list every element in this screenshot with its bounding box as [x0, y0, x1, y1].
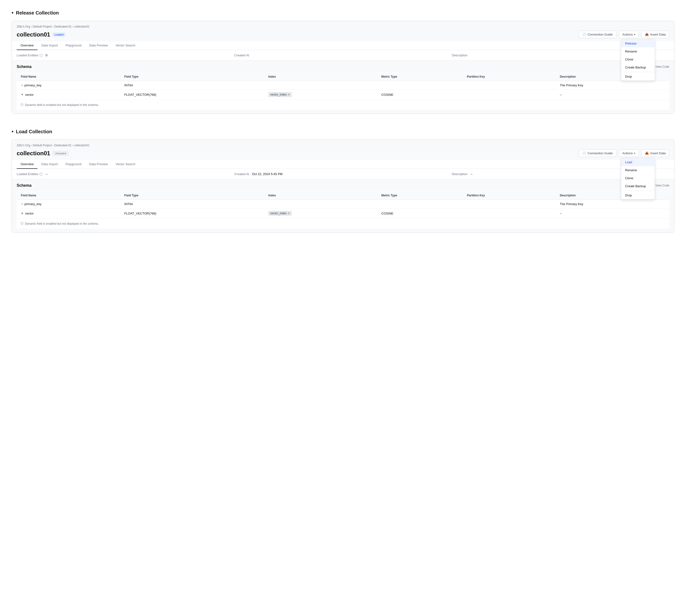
loaded-entities-item: Loaded Entities i 0: [17, 53, 234, 57]
dropdown-item-release[interactable]: Release: [621, 39, 655, 47]
tab-overview[interactable]: Overview: [17, 41, 38, 50]
chevron-down-icon: ▾: [634, 33, 635, 36]
card-load-collection: Zilliz's Org › Default Project › Dedicat…: [12, 139, 674, 233]
index-cell: [265, 200, 378, 208]
index-tag: vector_index ✕: [268, 211, 292, 216]
collection-header: collection01Unloaded📄 Connection GuideAc…: [17, 150, 669, 157]
connection-guide-button[interactable]: 📄 Connection Guide: [579, 31, 616, 38]
index-cell: [265, 81, 378, 90]
connection-icon: 📄: [582, 151, 586, 155]
dynamic-field-note: ⓘ Dynamic field is enabled but not displ…: [17, 218, 669, 228]
metric-type-cell: [378, 200, 463, 208]
remove-index-button[interactable]: ✕: [288, 93, 290, 96]
field-type-cell: INT64: [120, 81, 265, 90]
schema-section: Schema</> View CodeField NameField TypeI…: [12, 61, 674, 114]
tab-data-preview[interactable]: Data Preview: [85, 41, 112, 50]
insert-data-button[interactable]: 📥 Insert Data: [641, 31, 669, 38]
actions-dropdown: LoadRenameCloneCreate BackupDrop: [621, 158, 655, 200]
loaded-entities-value: 0: [46, 53, 47, 57]
tabs: OverviewData ImportPlaygroundData Previe…: [12, 41, 674, 50]
column-header-field-type: Field Type: [120, 191, 265, 200]
key-icon: ⏎: [20, 202, 24, 206]
dropdown-item-create-backup[interactable]: Create Backup: [621, 182, 655, 190]
description-cell: The Primary Key: [556, 81, 669, 90]
tabs: OverviewData ImportPlaygroundData Previe…: [12, 160, 674, 169]
field-name-cell: ⏎ primary_key: [17, 81, 121, 90]
breadcrumb: Zilliz's Org › Default Project › Dedicat…: [17, 144, 669, 147]
schema-title: Schema: [17, 183, 31, 188]
field-type-cell: FLOAT_VECTOR(768): [120, 208, 265, 218]
metric-type-cell: COSINE: [378, 208, 463, 218]
partition-key-cell: [463, 90, 556, 100]
loaded-entities-value: --: [46, 172, 48, 176]
column-header-metric-type: Metric Type: [378, 72, 463, 81]
tab-vector-search[interactable]: Vector Search: [112, 41, 139, 50]
dropdown-item-drop[interactable]: Drop: [621, 72, 655, 81]
section-load-collection: Load CollectionZilliz's Org › Default Pr…: [12, 128, 674, 233]
index-cell: vector_index ✕: [265, 90, 378, 100]
dropdown-item-rename[interactable]: Rename: [621, 47, 655, 56]
actions-button[interactable]: Actions ▾: [619, 31, 639, 38]
note-icon: ⓘ: [21, 103, 23, 107]
tab-playground[interactable]: Playground: [62, 160, 85, 169]
dropdown-item-create-backup[interactable]: Create Backup: [621, 63, 655, 71]
dynamic-field-note: ⓘ Dynamic field is enabled but not displ…: [17, 100, 669, 110]
actions-button[interactable]: Actions ▾: [619, 150, 639, 157]
info-row: Loaded Entities i 0 Created At Descripti…: [12, 50, 674, 61]
tab-data-preview[interactable]: Data Preview: [85, 160, 112, 169]
field-name-cell: ✦ vector: [17, 208, 121, 218]
section-release-collection: Release CollectionZilliz's Org › Default…: [12, 10, 674, 114]
column-header-field-name: Field Name: [17, 191, 121, 200]
column-header-index: Index: [265, 72, 378, 81]
created-at-item: Created At Oct 22, 2024 5:45 PM: [234, 172, 452, 176]
collection-title: collection01: [17, 150, 50, 157]
schema-table: Field NameField TypeIndexMetric TypePart…: [17, 72, 669, 100]
description-value: --: [471, 172, 473, 176]
table-row: ⏎ primary_key INT64The Primary Key: [17, 81, 669, 90]
index-name: vector_index: [270, 93, 287, 96]
tab-data-import[interactable]: Data Import: [38, 41, 62, 50]
partition-key-cell: [463, 200, 556, 208]
schema-title: Schema: [17, 65, 31, 69]
dropdown-divider: [621, 72, 655, 72]
column-header-metric-type: Metric Type: [378, 191, 463, 200]
remove-index-button[interactable]: ✕: [288, 212, 290, 215]
status-badge: Unloaded: [53, 151, 68, 155]
tab-playground[interactable]: Playground: [62, 41, 85, 50]
index-tag: vector_index ✕: [268, 92, 292, 97]
field-name: vector: [25, 212, 33, 215]
index-name: vector_index: [270, 212, 287, 215]
tab-overview[interactable]: Overview: [17, 160, 38, 169]
dropdown-item-clone[interactable]: Clone: [621, 174, 655, 182]
field-name: primary_key: [24, 84, 42, 87]
vector-icon: ✦: [21, 93, 24, 96]
section-heading: Release Collection: [12, 10, 674, 16]
header-actions: 📄 Connection GuideActions ▾📥 Insert Data…: [579, 150, 669, 157]
field-type-cell: INT64: [120, 200, 265, 208]
schema-table: Field NameField TypeIndexMetric TypePart…: [17, 191, 669, 218]
dropdown-item-clone[interactable]: Clone: [621, 56, 655, 63]
info-icon: i: [39, 54, 43, 57]
dropdown-item-load[interactable]: Load: [621, 158, 655, 166]
field-name: primary_key: [24, 202, 42, 206]
tab-data-import[interactable]: Data Import: [38, 160, 62, 169]
connection-guide-button[interactable]: 📄 Connection Guide: [579, 150, 616, 157]
tab-vector-search[interactable]: Vector Search: [112, 160, 139, 169]
column-header-field-type: Field Type: [120, 72, 265, 81]
created-at-value: Oct 22, 2024 5:45 PM: [252, 172, 282, 176]
note-icon: ⓘ: [21, 222, 23, 226]
dropdown-item-rename[interactable]: Rename: [621, 166, 655, 174]
dropdown-item-drop[interactable]: Drop: [621, 191, 655, 199]
card-top: Zilliz's Org › Default Project › Dedicat…: [12, 140, 674, 157]
table-row: ✦ vector FLOAT_VECTOR(768) vector_index …: [17, 208, 669, 218]
loaded-entities-label: Loaded Entities i: [17, 172, 43, 176]
card-top: Zilliz's Org › Default Project › Dedicat…: [12, 21, 674, 38]
section-heading: Load Collection: [12, 128, 674, 135]
index-cell: vector_index ✕: [265, 208, 378, 218]
info-row: Loaded Entities i -- Created At Oct 22, …: [12, 169, 674, 179]
schema-title-row: Schema</> View Code: [17, 65, 669, 69]
collection-header: collection01Loaded📄 Connection GuideActi…: [17, 31, 669, 38]
note-text: Dynamic field is enabled but not display…: [25, 222, 99, 225]
actions-dropdown: ReleaseRenameCloneCreate BackupDrop: [621, 39, 655, 81]
insert-data-button[interactable]: 📥 Insert Data: [641, 150, 669, 157]
